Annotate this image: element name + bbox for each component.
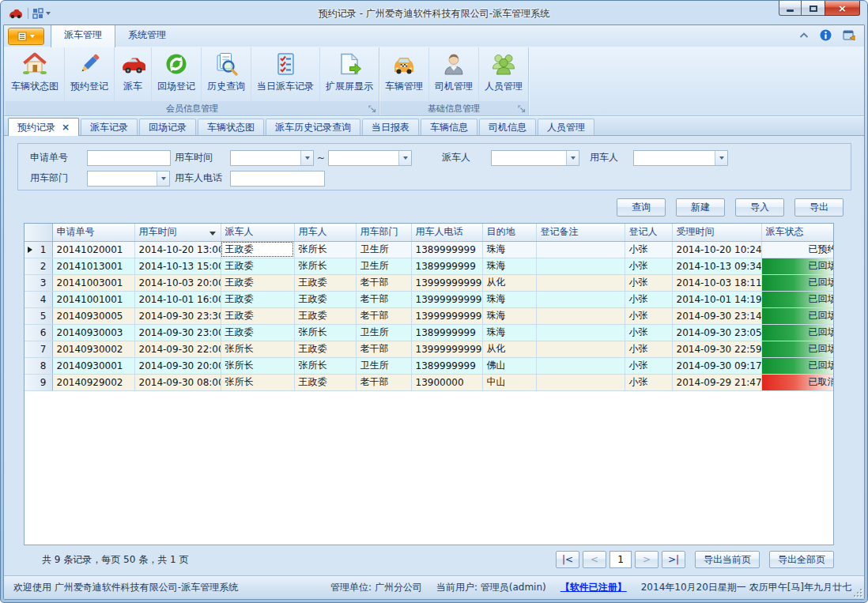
user-phone-input[interactable]: [230, 171, 325, 187]
ribbon-tab-dispatch[interactable]: 派车管理: [51, 24, 115, 47]
cell-登记人[interactable]: 小张: [625, 274, 672, 291]
cell-申请单号[interactable]: 20140930002: [52, 341, 134, 357]
dispatch-status-cell[interactable]: 已回场: [761, 324, 834, 341]
resize-grip[interactable]: [854, 589, 862, 597]
cell-派车人[interactable]: 张所长: [221, 341, 294, 357]
car-user-combo[interactable]: [633, 150, 728, 166]
cell-申请单号[interactable]: 20141013001: [52, 258, 134, 274]
table-row[interactable]: 5201409300052014-09-30 23:30王政委王政委老干部139…: [25, 307, 834, 324]
cell-登记备注[interactable]: [536, 258, 625, 274]
cell-申请单号[interactable]: 20141003001: [52, 274, 134, 291]
cell-申请单号[interactable]: 20140930005: [52, 307, 134, 324]
use-time-from-combo[interactable]: [230, 150, 314, 166]
cell-目的地[interactable]: 珠海: [482, 291, 536, 307]
table-row[interactable]: 3201410030012014-10-03 20:00王政委王政委老干部139…: [25, 274, 834, 291]
cell-派车人[interactable]: 王政委: [221, 307, 294, 324]
cell-用车时间[interactable]: 2014-09-30 08:00: [134, 374, 221, 390]
cell-受理时间[interactable]: 2014-09-30 23:14: [672, 307, 761, 324]
cell-登记人[interactable]: 小张: [625, 307, 672, 324]
cell-用车人[interactable]: 张所长: [294, 241, 356, 258]
cell-用车时间[interactable]: 2014-09-30 22:00: [134, 341, 221, 357]
sort-indicator-icon[interactable]: [209, 232, 216, 236]
quick-access-toolbar[interactable]: [32, 8, 51, 19]
maximize-button[interactable]: [802, 1, 825, 16]
cell-用车人[interactable]: 张所长: [294, 357, 356, 374]
cell-用车人[interactable]: 张所长: [294, 258, 356, 274]
prev-page-button[interactable]: <: [583, 551, 606, 568]
column-header-3[interactable]: 派车人: [221, 224, 294, 241]
cell-登记备注[interactable]: [536, 341, 625, 357]
extend-screen-icon[interactable]: [843, 29, 856, 41]
cell-受理时间[interactable]: 2014-09-30 23:05: [672, 324, 761, 341]
doc-tab-7[interactable]: 车辆信息: [421, 119, 477, 135]
cell-用车人[interactable]: 王政委: [294, 341, 356, 357]
cell-受理时间[interactable]: 2014-09-29 21:47: [672, 374, 761, 390]
cell-申请单号[interactable]: 20140930001: [52, 357, 134, 374]
license-link[interactable]: 【软件已注册】: [560, 581, 627, 594]
ribbon-button-screen[interactable]: 扩展屏显示: [319, 47, 379, 101]
dispatch-status-cell[interactable]: 已回场: [761, 341, 834, 357]
dispatch-status-cell[interactable]: 已预约: [761, 241, 834, 258]
cell-目的地[interactable]: 珠海: [482, 241, 536, 258]
cell-用车人[interactable]: 张所长: [294, 324, 356, 341]
column-header-5[interactable]: 用车部门: [356, 224, 411, 241]
dispatch-status-cell[interactable]: 已回场: [761, 291, 834, 307]
doc-tab-8[interactable]: 司机信息: [479, 119, 536, 135]
table-row[interactable]: 7201409300022014-09-30 22:00张所长王政委老干部139…: [25, 341, 834, 357]
page-number-input[interactable]: [609, 551, 632, 568]
dispatch-status-cell[interactable]: 已回场: [761, 307, 834, 324]
column-header-7[interactable]: 目的地: [482, 224, 536, 241]
titlebar[interactable]: 预约记录 - 广州爱奇迪软件科技有限公司-派车管理系统 ×: [3, 1, 865, 24]
cell-用车人[interactable]: 王政委: [294, 374, 356, 390]
row-indicator-cell[interactable]: 4: [25, 291, 52, 307]
cell-受理时间[interactable]: 2014-10-03 18:11: [672, 274, 761, 291]
cell-派车人[interactable]: 张所长: [221, 357, 294, 374]
cell-登记备注[interactable]: [536, 291, 625, 307]
table-row[interactable]: 9201409290022014-09-30 08:00张所长王政委老干部139…: [25, 374, 834, 390]
cell-用车部门[interactable]: 老干部: [356, 341, 411, 357]
row-indicator-cell[interactable]: 3: [25, 274, 52, 291]
cell-用车部门[interactable]: 卫生所: [356, 241, 411, 258]
cell-用车时间[interactable]: 2014-10-03 20:00: [134, 274, 221, 291]
cell-用车部门[interactable]: 卫生所: [356, 258, 411, 274]
cell-申请单号[interactable]: 20140930003: [52, 324, 134, 341]
cell-登记人[interactable]: 小张: [625, 291, 672, 307]
tab-close-icon[interactable]: ×: [62, 122, 70, 133]
ribbon-button-driver[interactable]: 司机管理: [428, 47, 478, 101]
row-indicator-cell[interactable]: 1: [25, 241, 52, 258]
cell-用车人[interactable]: 王政委: [294, 274, 356, 291]
cell-用车人电话[interactable]: 13999999999: [411, 307, 482, 324]
last-page-button[interactable]: >|: [662, 551, 685, 568]
cell-用车部门[interactable]: 老干部: [356, 374, 411, 390]
cell-受理时间[interactable]: 2014-10-20 10:24: [672, 241, 761, 258]
export-button[interactable]: 导出: [794, 198, 843, 217]
combo-dropdown-button[interactable]: [157, 171, 169, 186]
cell-登记备注[interactable]: [536, 324, 625, 341]
table-row[interactable]: 4201410010012014-10-01 16:00王政委王政委老干部139…: [25, 291, 834, 307]
combo-dropdown-button[interactable]: [398, 151, 411, 165]
table-row[interactable]: 8201409300012014-09-30 20:00张所长张所长卫生所138…: [25, 357, 834, 374]
doc-tab-4[interactable]: 车辆状态图: [198, 119, 264, 135]
ribbon-tab-system[interactable]: 系统管理: [115, 24, 179, 47]
cell-派车人[interactable]: 王政委: [221, 291, 294, 307]
cell-派车人[interactable]: 王政委: [221, 324, 294, 341]
doc-tab-9[interactable]: 人员管理: [538, 119, 594, 135]
column-header-4[interactable]: 用车人: [294, 224, 356, 241]
cell-申请单号[interactable]: 20140929002: [52, 374, 134, 390]
row-indicator-cell[interactable]: 8: [25, 357, 52, 374]
cell-受理时间[interactable]: 2014-09-30 09:17: [672, 357, 761, 374]
cell-登记备注[interactable]: [536, 374, 625, 390]
doc-tab-6[interactable]: 当日报表: [362, 119, 419, 135]
row-indicator-header[interactable]: [25, 224, 52, 241]
cell-受理时间[interactable]: 2014-10-13 09:34: [672, 258, 761, 274]
row-indicator-cell[interactable]: 6: [25, 324, 52, 341]
cell-目的地[interactable]: 中山: [482, 374, 536, 390]
cell-派车人[interactable]: 张所长: [221, 374, 294, 390]
combo-dropdown-button[interactable]: [715, 151, 727, 165]
cell-用车时间[interactable]: 2014-09-30 23:30: [134, 307, 221, 324]
dispatch-status-cell[interactable]: 已回场: [761, 274, 834, 291]
cell-登记人[interactable]: 小张: [625, 324, 672, 341]
cell-申请单号[interactable]: 20141020001: [52, 241, 134, 258]
dispatch-status-cell[interactable]: 已回场: [761, 258, 834, 274]
cell-派车人[interactable]: 王政委: [221, 241, 294, 258]
